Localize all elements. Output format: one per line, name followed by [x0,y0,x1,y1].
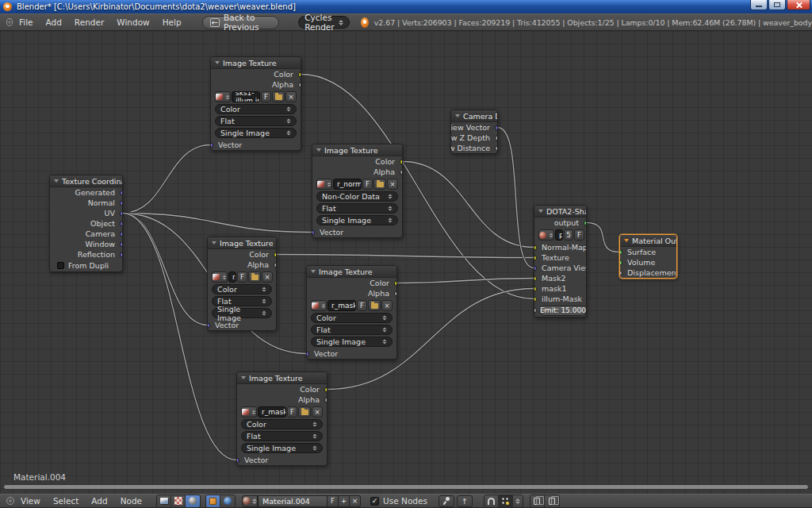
node-dota2-shad[interactable]: DOTA2-Shadoutputprox5FNormal-MapTextureC… [534,205,587,318]
collapse-arrow-icon[interactable] [215,61,220,64]
socket-vector[interactable] [237,457,239,463]
menu-render[interactable]: Render [68,17,110,27]
node-header[interactable]: Image Texture [237,372,327,384]
fake-user-button[interactable]: F [237,271,247,283]
dropdown-single-image[interactable]: Single Image [311,337,393,347]
material-name-field[interactable]: Material.004 [258,495,327,507]
close-button[interactable] [787,0,810,10]
socket-output[interactable] [584,220,586,225]
socket-reflection[interactable] [120,252,122,257]
menu-view[interactable]: View [14,496,47,506]
fake-user-button[interactable]: F [327,495,339,507]
dropdown-flat[interactable]: Flat [215,116,297,126]
socket-displacement[interactable] [620,270,622,275]
node-header[interactable]: Image Texture [312,144,402,156]
socket-uv[interactable] [120,210,122,216]
checkbox[interactable] [57,262,64,269]
editor-type-icon[interactable] [6,497,14,505]
menu-node[interactable]: Node [114,496,148,506]
tree-type-texture-button[interactable] [171,495,186,507]
socket-alpha[interactable] [394,291,396,296]
open-image-button[interactable] [248,271,261,283]
socket-view-vector[interactable] [495,125,497,130]
menu-add[interactable]: Add [85,496,113,506]
node-image-texture[interactable]: Image TextureColorAlphar.tgaF×ColorFlatS… [207,237,277,331]
unlink-image-button[interactable]: × [312,406,323,418]
socket-surface[interactable] [620,249,622,255]
image-name-field[interactable]: r_normal.tga [333,179,362,190]
tree-type-compositing-button[interactable] [157,495,171,507]
pin-button[interactable] [439,495,454,507]
slider-right-arrow-icon[interactable] [580,308,583,313]
node-image-texture[interactable]: Image TextureColorAlphar_masks2.tgaF×Col… [306,265,397,360]
socket-normal-map[interactable] [534,244,537,250]
dropdown-flat[interactable]: Flat [316,203,398,214]
collapse-arrow-icon[interactable] [624,239,629,242]
from-dupli-toggle[interactable]: From Dupli [50,260,122,271]
new-material-button[interactable]: + [339,495,350,507]
node-image-texture[interactable]: Image TextureColorAlphar_masks1.tgaF×Col… [236,371,327,466]
back-to-previous-button[interactable]: ← Back to Previous [202,16,280,29]
collapse-arrow-icon[interactable] [455,114,460,117]
unlink-image-button[interactable]: × [387,179,398,190]
tree-type-shader-button[interactable] [186,495,200,507]
node-image-texture[interactable]: Image TextureColorAlphasks1-illum.jpgF×C… [210,56,301,151]
go-to-parent-button[interactable]: ↑ [457,495,473,507]
dropdown-color[interactable]: Color [215,104,297,114]
dropdown-color[interactable]: Color [311,313,393,323]
material-browse-button[interactable] [242,495,258,507]
socket-vector[interactable] [307,351,309,356]
collapse-arrow-icon[interactable] [311,270,316,273]
menu-help[interactable]: Help [156,17,188,27]
socket-color[interactable] [324,387,327,392]
node-material-output[interactable]: Material OutputSurfaceVolumeDisplacement [619,234,677,279]
node-camera-da[interactable]: Camera DaView Vectoriew Z Depthw Distanc… [450,110,498,154]
collapse-arrow-icon[interactable] [54,179,59,183]
menu-add[interactable]: Add [40,17,68,27]
socket-vector[interactable] [312,229,315,235]
unlink-image-button[interactable]: × [285,91,297,102]
node-header[interactable]: Image Texture [307,266,396,278]
snap-element-button[interactable] [499,495,513,507]
fake-user-button[interactable]: F [357,300,367,311]
open-image-button[interactable] [368,300,381,311]
socket-vector[interactable] [208,322,210,328]
snap-toggle-button[interactable] [485,495,499,507]
copy-nodes-button[interactable] [530,495,545,507]
socket-illum-mask[interactable] [534,296,537,302]
socket-color[interactable] [274,252,276,257]
socket-alpha[interactable] [298,82,301,87]
socket-alpha[interactable] [400,169,402,175]
dropdown-flat[interactable]: Flat [241,431,323,441]
unlink-image-button[interactable]: × [381,300,393,311]
dropdown-single-image[interactable]: Single Image [212,308,272,318]
socket-texture[interactable] [534,255,537,260]
shader-context-world-button[interactable] [220,495,235,507]
node-header[interactable]: Texture Coordinate [50,175,122,187]
menu-file[interactable]: File [13,17,40,27]
collapse-arrow-icon[interactable] [316,148,321,152]
socket-alpha[interactable] [274,262,276,267]
socket-generated[interactable] [120,190,122,195]
horizontal-scrollbar[interactable] [3,484,809,490]
paste-nodes-button[interactable] [545,495,559,507]
shader-context-object-button[interactable] [206,495,220,507]
node-header[interactable]: Material Output [620,235,676,247]
socket-color[interactable] [298,71,301,77]
image-browse-button[interactable] [316,179,332,190]
dropdown-flat[interactable]: Flat [311,325,393,335]
socket-color[interactable] [394,280,396,286]
socket-object[interactable] [120,221,122,226]
socket-camera[interactable] [120,231,122,237]
use-nodes-toggle[interactable]: ✓ Use Nodes [370,496,427,506]
collapse-arrow-icon[interactable] [241,376,246,379]
restore-button[interactable] [768,0,786,10]
node-header[interactable]: Camera Da [451,110,497,122]
group-name-field[interactable]: prox [555,229,563,241]
dropdown-single-image[interactable]: Single Image [241,443,323,453]
socket-normal[interactable] [120,200,122,206]
dropdown-single-image[interactable]: Single Image [215,128,297,138]
socket-window[interactable] [120,241,122,247]
fake-user-button[interactable]: F [261,91,271,102]
node-header[interactable]: Image Texture [211,57,301,69]
